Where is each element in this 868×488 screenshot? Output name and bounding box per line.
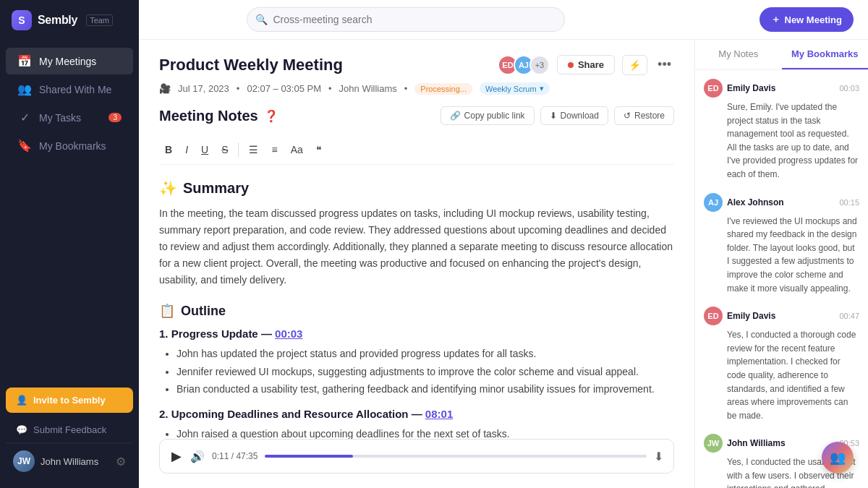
main-area: 🔍 ＋ New Meeting Product Weekly Meeting E…	[139, 0, 868, 488]
search-wrap: 🔍	[247, 7, 565, 32]
feedback-label: Submit Feedback	[33, 424, 106, 435]
tab-my-notes[interactable]: My Notes	[695, 40, 782, 69]
sidebar-nav: 📅 My Meetings 👥 Shared With Me ✓ My Task…	[0, 40, 139, 379]
outline-title-row: 📋 Outline	[159, 303, 674, 319]
sidebar-item-shared-with-me[interactable]: 👥 Shared With Me	[6, 76, 133, 103]
bullet-1-2: Jennifer reviewed UI mockups, suggesting…	[176, 364, 674, 380]
sidebar-bottom: 👤 Invite to Sembly 💬 Submit Feedback JW …	[0, 379, 139, 488]
recording-dot	[568, 62, 574, 68]
meeting-header: Product Weekly Meeting ED AJ +3 Share ⚡ …	[159, 54, 674, 75]
new-meeting-button[interactable]: ＋ New Meeting	[760, 7, 854, 32]
sidebar: S Sembly Team 📅 My Meetings 👥 Shared Wit…	[0, 0, 139, 488]
notes-title: Meeting Notes	[159, 108, 258, 124]
check-icon: ✓	[17, 111, 32, 124]
settings-icon[interactable]: ⚙	[116, 455, 126, 468]
progress-bar[interactable]	[265, 455, 647, 458]
calendar-icon: 📅	[17, 54, 32, 68]
format-separator-1	[238, 142, 239, 157]
progress-fill	[265, 455, 352, 458]
invite-button[interactable]: 👤 Invite to Sembly	[6, 388, 133, 413]
topbar: 🔍 ＋ New Meeting	[139, 0, 868, 40]
comment-3-text: Yes, I conducted a thorough code review …	[704, 328, 859, 422]
comment-2-avatar: AJ	[704, 193, 723, 212]
tab-my-bookmarks[interactable]: My Bookmarks	[782, 40, 869, 69]
users-icon: 👥	[17, 82, 32, 96]
copy-label: Copy public link	[464, 111, 525, 121]
lightning-button[interactable]: ⚡	[622, 55, 647, 75]
restore-button[interactable]: ↺ Restore	[614, 106, 674, 125]
outline-item-1-bullets: John has updated the project status and …	[159, 346, 674, 397]
help-icon[interactable]: ❓	[264, 109, 278, 123]
attendee-avatars: ED AJ +3	[498, 55, 550, 75]
italic-button[interactable]: I	[179, 141, 194, 158]
summary-text: In the meeting, the team discussed progr…	[159, 205, 674, 288]
comment-1: ED Emily Davis 00:03 Sure, Emily. I've u…	[704, 79, 859, 181]
audio-download-button[interactable]: ⬇	[654, 450, 663, 463]
bullet-1-1: John has updated the project status and …	[176, 346, 674, 361]
comment-2-text: I've reviewed the UI mockups and shared …	[704, 215, 859, 296]
play-button[interactable]: ▶	[170, 447, 183, 466]
search-input[interactable]	[247, 7, 565, 32]
download-button[interactable]: ⬇ Download	[540, 106, 608, 125]
user-initials: JW	[17, 456, 30, 466]
sidebar-item-my-bookmarks[interactable]: 🔖 My Bookmarks	[6, 132, 133, 159]
floating-users-button[interactable]: 👥	[822, 442, 854, 474]
underline-button[interactable]: U	[195, 141, 214, 158]
new-meeting-label: New Meeting	[785, 14, 842, 25]
format-toolbar: B I U S ☰ ≡ Aa ❝	[159, 135, 674, 165]
quote-button[interactable]: ❝	[310, 141, 328, 158]
sidebar-label-my-meetings: My Meetings	[39, 56, 96, 67]
app-logo-icon: S	[12, 10, 32, 30]
content-area: Product Weekly Meeting ED AJ +3 Share ⚡ …	[139, 40, 868, 488]
sidebar-label-shared: Shared With Me	[39, 84, 111, 95]
dropdown-arrow[interactable]: ▾	[540, 84, 544, 93]
volume-button[interactable]: 🔊	[190, 450, 205, 463]
camera-icon: 🎥	[159, 83, 171, 94]
meeting-time: 02:07 – 03:05 PM	[247, 83, 321, 94]
right-panel: My Notes My Bookmarks ED Emily Davis 00:…	[694, 40, 868, 488]
text-size-button[interactable]: Aa	[285, 141, 309, 158]
user-name: John Williams	[41, 456, 110, 467]
share-button[interactable]: Share	[557, 55, 615, 74]
share-label: Share	[578, 59, 604, 70]
bullet-list-button[interactable]: ☰	[243, 141, 264, 158]
comment-2-header: AJ Alex Johnson 00:15	[704, 193, 859, 212]
outline-section: 📋 Outline 1. Progress Update — 00:03 Joh…	[159, 303, 674, 459]
strikethrough-button[interactable]: S	[216, 141, 234, 158]
notes-title-row: Meeting Notes ❓	[159, 108, 278, 124]
feedback-icon: 💬	[16, 424, 27, 435]
comment-3: ED Emily Davis 00:47 Yes, I conducted a …	[704, 307, 859, 422]
meeting-meta: 🎥 Jul 17, 2023 • 02:07 – 03:05 PM • John…	[159, 82, 674, 95]
download-label: Download	[561, 111, 599, 121]
outline-item-1-title: 1. Progress Update — 00:03	[159, 328, 674, 340]
ordered-list-button[interactable]: ≡	[265, 141, 283, 158]
user-row: JW John Williams ⚙	[6, 442, 133, 479]
comment-4-name: John Williams	[727, 438, 786, 448]
summary-section: ✨ Summary In the meeting, the team discu…	[159, 179, 674, 288]
sidebar-item-my-meetings[interactable]: 📅 My Meetings	[6, 48, 133, 74]
more-options-button[interactable]: •••	[655, 54, 674, 75]
outline-item-2-title: 2. Upcoming Deadlines and Resource Alloc…	[159, 408, 674, 420]
sidebar-label-bookmarks: My Bookmarks	[39, 140, 106, 152]
processing-badge: Processing...	[414, 83, 472, 95]
time-separator: •	[237, 83, 240, 94]
comment-3-name: Emily Davis	[727, 311, 775, 321]
team-label: Team	[86, 14, 113, 26]
comment-3-time: 00:47	[839, 312, 859, 320]
feedback-button[interactable]: 💬 Submit Feedback	[6, 417, 133, 442]
meeting-panel: Product Weekly Meeting ED AJ +3 Share ⚡ …	[139, 40, 694, 488]
sidebar-label-tasks: My Tasks	[39, 112, 81, 124]
outline-item-1-timestamp[interactable]: 00:03	[275, 328, 302, 340]
bold-button[interactable]: B	[159, 141, 178, 158]
restore-icon: ↺	[624, 111, 631, 121]
tasks-badge: 3	[109, 113, 122, 122]
app-name: Sembly	[38, 14, 77, 27]
comment-1-header: ED Emily Davis 00:03	[704, 79, 859, 98]
copy-public-link-button[interactable]: 🔗 Copy public link	[441, 106, 535, 125]
weekly-label: Weekly Scrum	[485, 85, 537, 93]
restore-label: Restore	[634, 111, 665, 121]
sidebar-item-my-tasks[interactable]: ✓ My Tasks 3	[6, 104, 133, 131]
outline-item-2-timestamp[interactable]: 08:01	[425, 408, 453, 420]
notes-actions: 🔗 Copy public link ⬇ Download ↺ Restore	[441, 106, 674, 125]
summary-emoji: ✨	[159, 179, 177, 197]
